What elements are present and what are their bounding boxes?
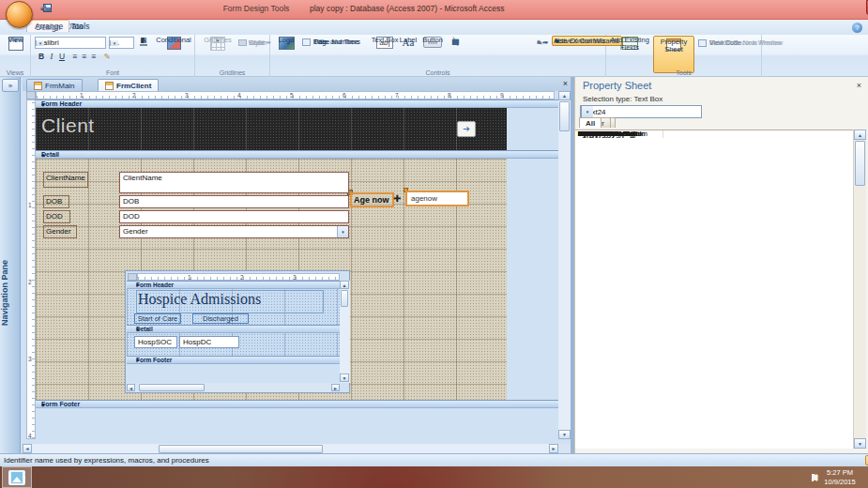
chevron-down-icon: ▾: [544, 39, 547, 45]
property-sheet-close-icon[interactable]: ×: [854, 81, 864, 91]
photos-taskbar-button[interactable]: [2, 466, 32, 488]
subform-header-section-bar[interactable]: ◆ Form Header: [127, 281, 340, 289]
bold-button[interactable]: B: [37, 51, 46, 62]
scroll-up-icon[interactable]: ▲: [340, 281, 349, 289]
chevron-down-icon[interactable]: ▾: [337, 226, 348, 237]
property-value[interactable]: 0": [575, 130, 585, 138]
hospdc-textbox[interactable]: HospDC: [179, 336, 239, 348]
scroll-left-icon[interactable]: ◄: [23, 444, 32, 453]
subform-header-grid[interactable]: Hospice Admissions Start of Care Dischar…: [127, 289, 340, 325]
canvas-vertical-scrollbar[interactable]: ▲ ▼: [558, 91, 571, 439]
property-tab-all[interactable]: All: [579, 117, 602, 128]
scrollbar-thumb[interactable]: [855, 141, 865, 186]
scroll-left-icon[interactable]: ◄: [127, 384, 135, 391]
column-label-discharged[interactable]: Discharged: [192, 313, 249, 324]
detail-grid[interactable]: Age now ✚ agenow 123 ◆ Form Header Hospi…: [36, 159, 507, 400]
scrollbar-thumb[interactable]: [341, 290, 348, 307]
qat-customize-button[interactable]: ▾: [38, 4, 49, 15]
taskbar: ehp ▲ ⚑ ▦ 5:27 PM 10/9/2015: [0, 466, 868, 488]
subform-horizontal-ruler[interactable]: 123: [137, 273, 340, 281]
scroll-up-icon[interactable]: ▲: [558, 91, 571, 100]
document-close-icon[interactable]: ×: [560, 79, 571, 89]
property-name[interactable]: Top Margin: [575, 130, 663, 138]
canvas-horizontal-scrollbar[interactable]: ◄ ►: [23, 444, 558, 453]
form-selector[interactable]: [26, 91, 36, 99]
scroll-right-icon[interactable]: ►: [331, 384, 340, 391]
subform-vertical-scrollbar[interactable]: ▲ ▼: [340, 281, 350, 383]
italic-button[interactable]: I: [47, 51, 56, 62]
scrollbar-thumb[interactable]: [139, 384, 205, 391]
align-center-button[interactable]: ≡: [80, 51, 89, 62]
document-tab-frmclient[interactable]: FrmClient: [98, 79, 159, 91]
scrollbar-thumb[interactable]: [559, 101, 570, 131]
underline-button[interactable]: U: [57, 51, 67, 62]
date-and-time-button[interactable]: Date and Time: [302, 37, 359, 47]
line-color-button[interactable]: ⊞: [137, 36, 150, 45]
field-label-dob[interactable]: DOB: [43, 195, 69, 208]
help-icon[interactable]: ?: [852, 23, 862, 33]
field-textbox-dob[interactable]: DOB: [119, 195, 349, 208]
property-sheet-button[interactable]: Property Sheet: [653, 36, 694, 73]
subform-in-new-window-button[interactable]: Subform in New Window: [698, 38, 782, 48]
ruler-number: 8: [448, 92, 451, 99]
office-logo-icon: [14, 10, 25, 22]
selected-control-select[interactable]: Text24 ▾: [580, 105, 702, 118]
form-footer-section-bar[interactable]: ◆ Form Footer: [36, 400, 558, 408]
subform-detail-grid[interactable]: HospSOC HospDC: [127, 333, 340, 356]
activex-controls-button[interactable]: ✦ActiveX Controls: [552, 36, 607, 46]
section-label: Detail: [136, 326, 153, 332]
align-right-button[interactable]: ≡: [89, 51, 99, 62]
date-and-time-label: Date and Time: [313, 38, 359, 46]
field-textbox-gender[interactable]: Gender▾: [119, 225, 349, 238]
field-label-gender[interactable]: Gender: [43, 225, 77, 238]
form-title-label[interactable]: Client: [41, 114, 95, 137]
property-sheet-scrollbar[interactable]: ▲ ▼: [853, 130, 866, 449]
column-label-start-of-care[interactable]: Start of Care: [134, 313, 181, 324]
subform-detail-section-bar[interactable]: ◆ Detail: [127, 325, 340, 333]
subform-control[interactable]: 123 ◆ Form Header Hospice Admissions Sta…: [125, 270, 350, 393]
field-label-clientname[interactable]: ClientName: [43, 172, 88, 188]
horizontal-ruler[interactable]: 123456789: [36, 91, 555, 99]
subform-form-selector[interactable]: [128, 273, 137, 281]
ruler-number: 9: [500, 92, 504, 99]
scroll-down-icon[interactable]: ▼: [340, 374, 349, 382]
field-textbox-clientname[interactable]: ClientName: [119, 172, 349, 193]
field-textbox-dod[interactable]: DOD: [119, 210, 349, 223]
form-header-grid[interactable]: Client ➔: [36, 108, 507, 150]
scroll-down-icon[interactable]: ▼: [558, 430, 571, 439]
form-header-section-bar[interactable]: ◆ Form Header: [36, 99, 558, 108]
subform-horizontal-scrollbar[interactable]: ◄ ►: [127, 383, 340, 392]
font-name-select[interactable]: Calibri ▾: [35, 37, 106, 49]
hospsoc-textbox[interactable]: HospSOC: [134, 336, 177, 348]
header-image-button[interactable]: ➔: [457, 121, 476, 137]
format-painter-button[interactable]: ✎: [102, 51, 112, 62]
chevron-down-icon[interactable]: ▾: [581, 106, 593, 117]
taskbar-clock[interactable]: 5:27 PM 10/9/2015: [815, 468, 864, 486]
subform-title-label[interactable]: Hospice Admissions: [138, 291, 261, 308]
scroll-right-icon[interactable]: ►: [549, 444, 558, 453]
vertical-ruler[interactable]: 1234: [26, 99, 36, 439]
document-tab-frmmain[interactable]: FrmMain: [26, 79, 83, 91]
ribbon-tab-arrange[interactable]: Arrange: [26, 20, 71, 31]
navigation-pane-expand-button[interactable]: »: [2, 79, 19, 92]
control-palette-icon[interactable]: ▮: [449, 37, 463, 47]
align-left-button[interactable]: ≡: [70, 51, 80, 62]
form-footer-section[interactable]: [36, 408, 558, 439]
detail-section-bar[interactable]: ◆ Detail: [36, 150, 558, 159]
chevron-down-icon[interactable]: ▾: [36, 40, 44, 46]
line-style-option[interactable]: ✎▾: [537, 38, 547, 47]
age-now-label[interactable]: Age now: [350, 192, 394, 207]
subform-footer-section[interactable]: [127, 364, 340, 383]
field-label-dod[interactable]: DOD: [43, 210, 70, 223]
scroll-down-icon[interactable]: ▼: [854, 438, 866, 449]
font-size-select[interactable]: 11 ▾: [109, 37, 134, 49]
subform-footer-section-bar[interactable]: ◆ Form Footer: [127, 356, 340, 364]
scrollbar-thumb[interactable]: [159, 445, 323, 453]
agenow-textbox[interactable]: agenow: [405, 191, 469, 206]
office-button[interactable]: [6, 1, 33, 28]
scroll-up-icon[interactable]: ▲: [854, 130, 866, 140]
chevron-down-icon[interactable]: ▾: [110, 40, 118, 46]
navigation-pane-label[interactable]: Navigation Pane: [0, 218, 21, 368]
clock-date: 10/9/2015: [815, 478, 864, 487]
color-option[interactable]: Color▾: [238, 38, 269, 47]
